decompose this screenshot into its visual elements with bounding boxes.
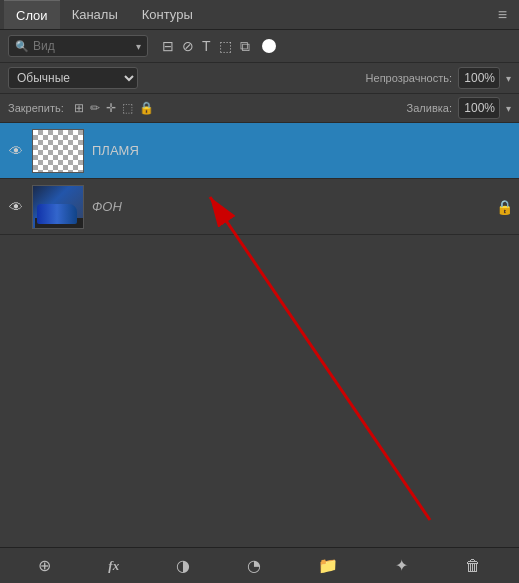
lock-move-icon[interactable]: ✛ xyxy=(106,101,116,115)
layer-lock-icon: 🔒 xyxy=(496,199,513,215)
layer-thumb-flame xyxy=(32,129,84,173)
search-box: 🔍 ▾ xyxy=(8,35,148,57)
opacity-label: Непрозрачность: xyxy=(366,72,452,84)
fx-icon[interactable]: fx xyxy=(100,554,127,578)
lock-artboard-icon[interactable]: ⬚ xyxy=(122,101,133,115)
layer-name-bg: ФОН xyxy=(92,199,492,214)
transparent-thumb xyxy=(33,130,83,172)
tab-paths[interactable]: Контуры xyxy=(130,0,205,29)
opacity-chevron-icon[interactable]: ▾ xyxy=(506,73,511,84)
lock-paint-icon[interactable]: ✏ xyxy=(90,101,100,115)
new-layer-icon[interactable]: ✦ xyxy=(387,552,416,579)
tabs-bar: Слои Каналы Контуры ≡ xyxy=(0,0,519,30)
layer-thumb-bg xyxy=(32,185,84,229)
search-icon: 🔍 xyxy=(15,40,29,53)
fill-label: Заливка: xyxy=(407,102,452,114)
add-mask-icon[interactable]: ◑ xyxy=(168,552,198,579)
type-filter-icon[interactable]: T xyxy=(202,38,211,54)
lock-all-icon[interactable]: 🔒 xyxy=(139,101,154,115)
shape-filter-icon[interactable]: ⬚ xyxy=(219,38,232,54)
fill-chevron-icon[interactable]: ▾ xyxy=(506,103,511,114)
filter-toolbar: ⊟ ⊘ T ⬚ ⧉ xyxy=(162,38,276,55)
adjustment-filter-icon[interactable]: ⊘ xyxy=(182,38,194,54)
blend-mode-select[interactable]: Обычные xyxy=(8,67,138,89)
empty-area xyxy=(0,335,519,547)
blendmode-row: Обычные Непрозрачность: ▾ xyxy=(0,63,519,94)
main-panel: Слои Каналы Контуры ≡ 🔍 ▾ ⊟ ⊘ T ⬚ ⧉ Обы xyxy=(0,0,519,583)
image-filter-icon[interactable]: ⊟ xyxy=(162,38,174,54)
layer-row-bg[interactable]: 👁 ФОН 🔒 xyxy=(0,179,519,235)
layer-row-flame[interactable]: 👁 ПЛАМЯ xyxy=(0,123,519,179)
filter-toggle-circle[interactable] xyxy=(262,39,276,53)
opacity-input[interactable] xyxy=(458,67,500,89)
car-thumb xyxy=(33,186,83,228)
lock-label: Закрепить: xyxy=(8,102,64,114)
group-layers-icon[interactable]: 📁 xyxy=(310,552,346,579)
link-layers-icon[interactable]: ⊕ xyxy=(30,552,59,579)
bottom-bar: ⊕ fx ◑ ◔ 📁 ✦ 🗑 xyxy=(0,547,519,583)
tab-channels[interactable]: Каналы xyxy=(60,0,130,29)
search-chevron-icon[interactable]: ▾ xyxy=(136,41,141,52)
lock-pixels-icon[interactable]: ⊞ xyxy=(74,101,84,115)
eye-icon-bg[interactable]: 👁 xyxy=(6,199,26,215)
search-row: 🔍 ▾ ⊟ ⊘ T ⬚ ⧉ xyxy=(0,30,519,63)
search-input[interactable] xyxy=(33,39,113,53)
layer-name-flame: ПЛАМЯ xyxy=(92,143,513,158)
fill-input[interactable] xyxy=(458,97,500,119)
layers-area: 👁 ПЛАМЯ 👁 ФОН 🔒 xyxy=(0,123,519,335)
eye-icon-flame[interactable]: 👁 xyxy=(6,143,26,159)
panel-menu-icon[interactable]: ≡ xyxy=(490,6,515,24)
delete-layer-icon[interactable]: 🗑 xyxy=(457,553,489,579)
adjustment-layer-icon[interactable]: ◔ xyxy=(239,552,269,579)
smart-filter-icon[interactable]: ⧉ xyxy=(240,38,250,55)
lock-row: Закрепить: ⊞ ✏ ✛ ⬚ 🔒 Заливка: ▾ xyxy=(0,94,519,123)
tab-layers[interactable]: Слои xyxy=(4,0,60,29)
